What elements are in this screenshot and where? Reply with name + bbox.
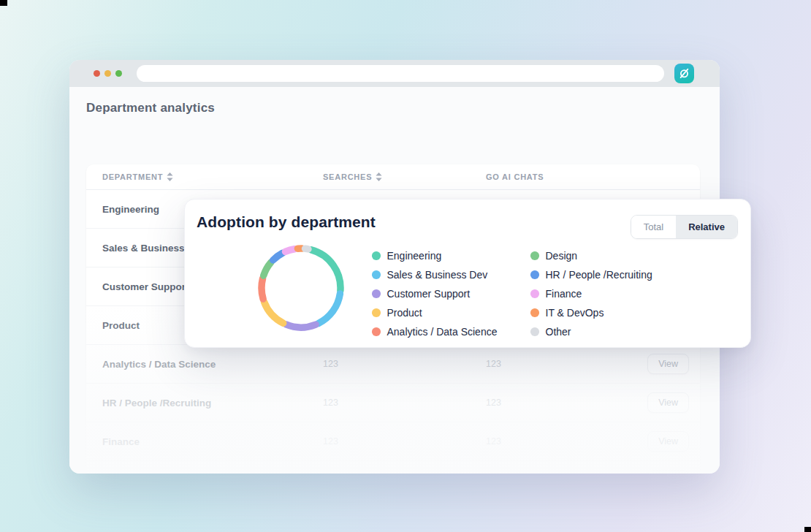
view-button[interactable]: View <box>647 431 689 452</box>
go-ai-chats-value: 123 <box>486 398 622 408</box>
legend-label: IT & DevOps <box>546 307 604 319</box>
address-bar[interactable] <box>137 65 664 82</box>
circle-slash-logo-icon <box>678 67 690 80</box>
legend-item: Customer Support <box>372 284 497 303</box>
legend-color-dot <box>530 289 539 298</box>
column-header-department[interactable]: DEPARTMENT <box>102 172 323 181</box>
table-header-row: DEPARTMENT SEARCHES <box>86 164 700 190</box>
legend-label: Sales & Business Dev <box>387 269 488 281</box>
table-row: Analytics / Data Science123123View <box>86 345 700 384</box>
adoption-card-header: Adoption by department Total Relative <box>185 200 750 239</box>
searches-value: 123 <box>323 436 486 446</box>
legend-item: Finance <box>530 284 652 303</box>
maximize-window-button[interactable] <box>115 70 122 77</box>
adoption-card-title: Adoption by department <box>197 213 376 231</box>
total-relative-toggle: Total Relative <box>631 215 738 239</box>
minimize-window-button[interactable] <box>104 70 111 77</box>
page-background: Department analytics DEPARTMENT SEARCHES <box>0 0 811 532</box>
searches-value: 123 <box>323 359 486 369</box>
go-links-extension-button[interactable] <box>674 64 694 83</box>
sort-icon <box>376 172 382 181</box>
legend-item: Sales & Business Dev <box>372 265 497 284</box>
legend-color-dot <box>372 289 381 298</box>
legend-label: Other <box>546 326 571 338</box>
legend-label: Design <box>546 250 578 262</box>
go-ai-chats-value: 123 <box>486 436 622 446</box>
screenshot-artifact-top-left <box>0 0 7 6</box>
legend-label: HR / People /Recruiting <box>546 269 652 281</box>
chart-legend-column-2: DesignHR / People /RecruitingFinanceIT &… <box>530 246 652 341</box>
toggle-option-total[interactable]: Total <box>631 216 676 238</box>
table-row: IT & DevOps123123View <box>86 461 700 474</box>
view-button[interactable]: View <box>647 354 689 374</box>
legend-item: HR / People /Recruiting <box>530 265 652 284</box>
donut-segment-product[interactable] <box>264 302 283 323</box>
go-ai-chats-value: 123 <box>486 359 622 369</box>
donut-segment-hr-people-recruiting[interactable] <box>273 253 283 260</box>
donut-segment-design[interactable] <box>264 262 271 276</box>
legend-color-dot <box>530 270 539 279</box>
chart-legend-column-1: EngineeringSales & Business DevCustomer … <box>372 246 497 341</box>
department-name: Analytics / Data Science <box>102 359 323 370</box>
legend-color-dot <box>530 327 539 336</box>
legend-label: Customer Support <box>387 288 471 300</box>
sort-icon <box>167 172 173 181</box>
legend-item: Engineering <box>372 246 497 265</box>
page-title: Department analytics <box>86 101 215 115</box>
table-row: HR / People /Recruiting123123View <box>86 384 700 422</box>
department-name: Finance <box>102 436 323 447</box>
donut-segment-customer-support[interactable] <box>286 324 316 327</box>
table-row: Finance123123View <box>86 422 700 461</box>
legend-color-dot <box>372 327 381 336</box>
column-header-go-ai-chats: GO AI CHATS <box>486 172 622 181</box>
legend-color-dot <box>372 270 381 279</box>
adoption-donut-chart <box>257 244 345 332</box>
legend-label: Engineering <box>387 250 442 262</box>
legend-item: Product <box>372 303 497 322</box>
browser-chrome <box>69 60 720 87</box>
legend-color-dot <box>372 308 381 317</box>
legend-item: Other <box>530 322 652 341</box>
view-button[interactable]: View <box>647 392 689 413</box>
donut-segment-analytics-data-science[interactable] <box>262 278 263 299</box>
legend-item: IT & DevOps <box>530 303 652 322</box>
donut-segment-sales-business-dev[interactable] <box>319 294 340 324</box>
window-controls <box>94 70 122 77</box>
legend-label: Analytics / Data Science <box>387 326 498 338</box>
toggle-option-relative[interactable]: Relative <box>676 216 737 238</box>
donut-segment-finance[interactable] <box>285 249 294 252</box>
department-name: HR / People /Recruiting <box>102 398 323 408</box>
searches-value: 123 <box>323 398 486 408</box>
legend-label: Product <box>387 307 422 319</box>
legend-color-dot <box>530 308 539 317</box>
legend-label: Finance <box>546 288 582 300</box>
legend-item: Design <box>530 246 652 265</box>
screenshot-artifact-bottom-right <box>804 527 811 532</box>
legend-color-dot <box>372 251 381 260</box>
donut-segment-other[interactable] <box>305 248 308 249</box>
column-header-searches[interactable]: SEARCHES <box>323 172 486 181</box>
legend-color-dot <box>530 251 539 260</box>
donut-segment-engineering[interactable] <box>311 250 340 291</box>
view-button[interactable]: View <box>647 470 689 474</box>
close-window-button[interactable] <box>94 70 100 77</box>
adoption-by-department-card: Adoption by department Total Relative En… <box>184 199 751 348</box>
legend-item: Analytics / Data Science <box>372 322 497 341</box>
